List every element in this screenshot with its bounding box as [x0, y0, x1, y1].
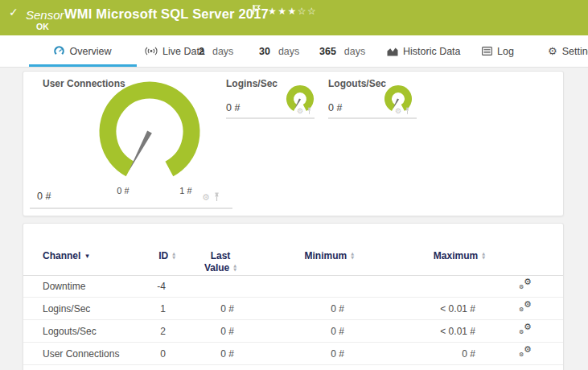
table-row: Logouts/Sec 2 0 # 0 # < 0.01 # ⚙⚙: [23, 320, 563, 343]
priority-stars[interactable]: ★★★☆☆: [268, 6, 317, 17]
tab-30-days-unit: days: [278, 46, 299, 57]
column-header-last-value[interactable]: Last Value ▲▼: [188, 250, 253, 273]
column-header-minimum-label: Minimum: [304, 250, 347, 261]
channel-name: Logins/Sec: [43, 298, 90, 320]
channel-minimum: 0 #: [249, 320, 344, 343]
gear-icon[interactable]: ⚙: [297, 108, 303, 115]
tab-settings-label: Settings: [562, 46, 588, 57]
channel-name: User Connections: [43, 343, 119, 365]
tab-historic-data-label: Historic Data: [403, 46, 461, 57]
column-header-id[interactable]: ID ▲▼: [120, 250, 175, 261]
content-area: User Connections 0 # 1 # 0 # ⚙ Logins/Se…: [0, 68, 588, 370]
tab-2-days[interactable]: 2days: [199, 35, 233, 67]
column-header-id-label: ID: [158, 250, 168, 261]
tab-2-days-number: 2: [199, 46, 204, 57]
priority-flag-icon[interactable]: [253, 3, 261, 18]
channel-last-value: [166, 275, 234, 298]
active-tab-underline: [29, 64, 137, 67]
tab-log-label: Log: [497, 46, 514, 57]
channel-settings-icon[interactable]: ⚙⚙: [519, 302, 533, 316]
tab-365-days[interactable]: 365days: [319, 35, 365, 67]
main-gauge-actions: ⚙: [202, 192, 220, 202]
logouts-gauge-divider: [328, 117, 417, 119]
main-gauge-divider: [30, 208, 232, 209]
area-chart-icon: [387, 47, 398, 56]
logouts-gauge-value: 0 #: [328, 102, 342, 113]
main-gauge-needle: [129, 131, 152, 171]
channel-maximum: < 0.01 #: [369, 298, 475, 320]
tab-2-days-unit: days: [212, 46, 233, 57]
column-header-maximum[interactable]: Maximum ▲▼: [369, 250, 485, 261]
channel-name: Logouts/Sec: [43, 320, 97, 343]
tab-overview-label: Overview: [69, 46, 111, 57]
channel-last-value: 0 #: [166, 298, 234, 320]
logins-gauge-divider: [226, 117, 315, 119]
channel-maximum: 0 #: [369, 343, 475, 365]
gauges-panel: User Connections 0 # 1 # 0 # ⚙ Logins/Se…: [23, 71, 564, 216]
channel-maximum: < 0.01 #: [369, 320, 475, 343]
channel-minimum: [249, 275, 344, 298]
channel-id: 2: [128, 320, 166, 343]
sensor-header-bar: ✓ Sensor WMI Microsoft SQL Server 2017 ★…: [0, 0, 588, 35]
table-row: Logins/Sec 1 0 # 0 # < 0.01 # ⚙⚙: [23, 298, 563, 320]
channel-id: 0: [128, 343, 166, 365]
main-gauge-scale-max: 1 #: [170, 186, 202, 195]
sensor-kind-label: Sensor: [26, 8, 64, 22]
column-header-channel[interactable]: Channel ▾: [43, 250, 89, 261]
tab-365-days-number: 365: [319, 46, 336, 57]
channel-settings-icon[interactable]: ⚙⚙: [519, 280, 533, 294]
gauge-icon: [54, 46, 64, 56]
status-badge: OK: [36, 22, 49, 31]
gear-icon[interactable]: ⚙: [202, 193, 210, 202]
tab-live-data[interactable]: Live Data: [145, 35, 205, 67]
tab-overview[interactable]: Overview: [29, 35, 137, 67]
tab-365-days-unit: days: [344, 46, 365, 57]
table-row: User Connections 0 0 # 0 # 0 # ⚙⚙: [23, 343, 563, 365]
log-icon: [482, 47, 492, 56]
page-title: WMI Microsoft SQL Server 2017: [64, 6, 269, 22]
tab-30-days[interactable]: 30days: [259, 35, 299, 67]
live-icon: [145, 47, 158, 56]
tab-settings[interactable]: ⚙ Settings: [548, 35, 588, 67]
pin-icon[interactable]: [405, 107, 410, 115]
sort-arrows-icon: ▲▼: [482, 252, 485, 260]
sort-arrows-icon: ▲▼: [172, 252, 175, 260]
channel-minimum: 0 #: [249, 298, 344, 320]
tab-log[interactable]: Log: [482, 35, 514, 67]
channel-table-panel: Channel ▾ ID ▲▼ Last Value ▲▼ Minimum ▲▼…: [23, 223, 564, 370]
pin-icon[interactable]: [306, 107, 312, 115]
column-header-maximum-label: Maximum: [434, 250, 478, 261]
channel-id: -4: [128, 275, 166, 298]
sort-caret-down-icon: ▾: [85, 252, 89, 260]
column-header-channel-label: Channel: [43, 250, 80, 261]
table-row: Downtime -4 ⚙⚙: [23, 275, 563, 298]
sort-arrows-icon: ▲▼: [233, 264, 236, 272]
channel-settings-icon[interactable]: ⚙⚙: [519, 347, 533, 361]
column-header-minimum[interactable]: Minimum ▲▼: [249, 250, 354, 261]
tab-30-days-number: 30: [259, 46, 270, 57]
logins-gauge-value: 0 #: [226, 102, 240, 113]
channel-last-value: 0 #: [166, 343, 234, 365]
channel-settings-icon[interactable]: ⚙⚙: [519, 325, 533, 339]
gear-icon: ⚙: [548, 45, 557, 57]
main-gauge-value: 0 #: [37, 191, 51, 202]
pin-icon[interactable]: [213, 192, 220, 202]
channel-minimum: 0 #: [249, 343, 344, 365]
logouts-gauge-title: Logouts/Sec: [328, 78, 386, 89]
sort-arrows-icon: ▲▼: [351, 252, 354, 260]
tab-bar: Overview Live Data 2days 30days 365days …: [0, 35, 588, 68]
tab-historic-data[interactable]: Historic Data: [387, 35, 461, 67]
status-check-icon: ✓: [9, 6, 19, 18]
logins-gauge-title: Logins/Sec: [226, 78, 278, 89]
gear-icon[interactable]: ⚙: [395, 108, 401, 115]
channel-id: 1: [128, 298, 166, 320]
channel-last-value: 0 #: [166, 320, 234, 343]
main-gauge: [89, 72, 210, 192]
channel-maximum: [369, 275, 475, 298]
logins-gauge-actions: ⚙: [297, 107, 312, 115]
column-header-last-value-line2: Value: [204, 262, 229, 273]
column-header-last-value-line1: Last: [188, 250, 253, 261]
main-gauge-scale-min: 0 #: [107, 186, 139, 195]
logouts-gauge-actions: ⚙: [395, 107, 410, 115]
channel-name: Downtime: [43, 275, 85, 298]
